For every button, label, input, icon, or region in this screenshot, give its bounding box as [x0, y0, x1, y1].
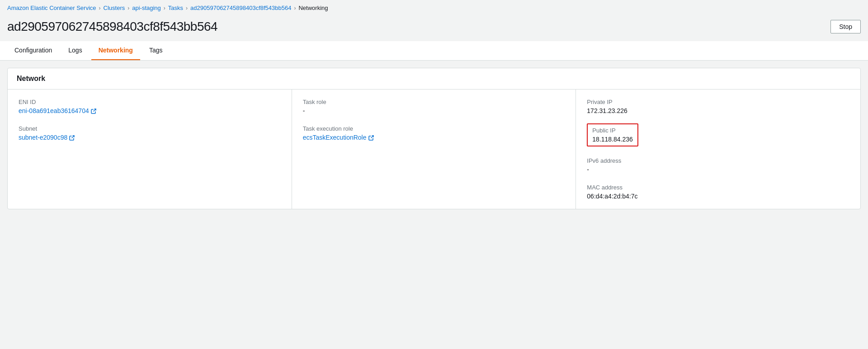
network-col-1: ENI ID eni-08a691eab36164704 Subnet subn…: [8, 90, 292, 209]
ipv6-value: -: [587, 166, 849, 173]
task-role-value: -: [303, 107, 565, 114]
page-title: ad290597062745898403cf8f543bb564: [7, 19, 217, 34]
breadcrumb-networking: Networking: [298, 5, 328, 11]
tab-tags[interactable]: Tags: [142, 41, 170, 60]
public-ip-highlight-box: Public IP 18.118.84.236: [587, 123, 638, 146]
mac-address-label: MAC address: [587, 184, 849, 191]
tab-configuration[interactable]: Configuration: [7, 41, 59, 60]
task-execution-role-group: Task execution role ecsTaskExecutionRole: [303, 125, 565, 141]
mac-address-value: 06:d4:a4:2d:b4:7c: [587, 193, 849, 200]
task-role-label: Task role: [303, 99, 565, 105]
breadcrumb: Amazon Elastic Container Service › Clust…: [0, 0, 868, 16]
ipv6-group: IPv6 address -: [587, 157, 849, 173]
main-content: Network ENI ID eni-08a691eab36164704: [0, 61, 868, 217]
breadcrumb-api-staging[interactable]: api-staging: [132, 5, 161, 11]
breadcrumb-sep-4: ›: [186, 5, 188, 11]
private-ip-value: 172.31.23.226: [587, 107, 849, 114]
public-ip-group: Public IP 18.118.84.236: [587, 125, 849, 146]
execution-role-external-link-icon: [368, 135, 374, 140]
page-header: ad290597062745898403cf8f543bb564 Stop: [0, 16, 868, 41]
network-col-3: Private IP 172.31.23.226 Public IP 18.11…: [576, 90, 860, 209]
network-card-header: Network: [8, 68, 860, 90]
breadcrumb-ecs[interactable]: Amazon Elastic Container Service: [7, 5, 96, 11]
breadcrumb-sep-3: ›: [164, 5, 165, 11]
breadcrumb-sep-1: ›: [99, 5, 101, 11]
mac-address-group: MAC address 06:d4:a4:2d:b4:7c: [587, 184, 849, 200]
network-card: Network ENI ID eni-08a691eab36164704: [7, 68, 861, 209]
subnet-external-link-icon: [69, 135, 75, 140]
tab-networking[interactable]: Networking: [91, 41, 140, 60]
breadcrumb-sep-5: ›: [294, 5, 296, 11]
task-execution-role-value[interactable]: ecsTaskExecutionRole: [303, 134, 374, 141]
breadcrumb-task-id[interactable]: ad290597062745898403cf8f543bb564: [190, 5, 291, 11]
stop-button[interactable]: Stop: [830, 20, 861, 33]
tabs-container: Configuration Logs Networking Tags: [0, 41, 868, 61]
public-ip-value: 18.118.84.236: [592, 136, 633, 143]
breadcrumb-tasks[interactable]: Tasks: [168, 5, 183, 11]
breadcrumb-clusters[interactable]: Clusters: [104, 5, 125, 11]
subnet-group: Subnet subnet-e2090c98: [19, 125, 281, 141]
eni-external-link-icon: [91, 108, 96, 113]
subnet-label: Subnet: [19, 125, 281, 132]
eni-id-label: ENI ID: [19, 99, 281, 105]
ipv6-label: IPv6 address: [587, 157, 849, 164]
eni-id-group: ENI ID eni-08a691eab36164704: [19, 99, 281, 114]
private-ip-group: Private IP 172.31.23.226: [587, 99, 849, 114]
network-col-2: Task role - Task execution role ecsTaskE…: [292, 90, 576, 209]
task-execution-role-label: Task execution role: [303, 125, 565, 132]
breadcrumb-sep-2: ›: [127, 5, 129, 11]
tab-logs[interactable]: Logs: [61, 41, 89, 60]
subnet-value[interactable]: subnet-e2090c98: [19, 134, 75, 141]
private-ip-label: Private IP: [587, 99, 849, 105]
task-role-group: Task role -: [303, 99, 565, 114]
network-grid: ENI ID eni-08a691eab36164704 Subnet subn…: [8, 90, 860, 209]
public-ip-label: Public IP: [592, 127, 633, 134]
eni-id-value[interactable]: eni-08a691eab36164704: [19, 107, 96, 114]
